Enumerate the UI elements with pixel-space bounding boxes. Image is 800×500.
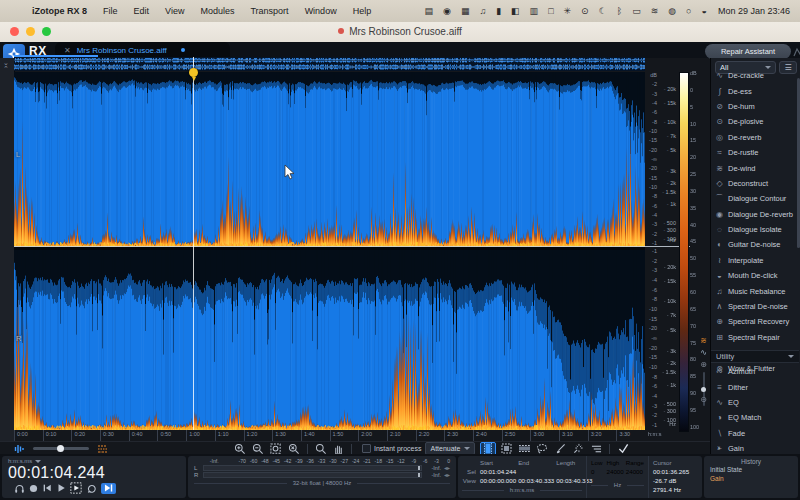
meter-options-icon[interactable]: ◂▸ — [444, 464, 450, 471]
time-machine-icon[interactable]: ⊙ — [576, 6, 594, 16]
module-item[interactable]: ⊞ Spectral Repair — [711, 330, 799, 345]
zoom-in-icon[interactable] — [234, 443, 246, 455]
module-item[interactable]: ∿ De-crackle — [711, 68, 799, 83]
vertical-zoom-in-icon[interactable]: ⊕ — [700, 360, 707, 369]
utility-section-header[interactable]: Utility — [711, 350, 799, 363]
history-item-initial-state[interactable]: Initial State — [710, 465, 792, 474]
spectrogram-toggle-icon[interactable]: ≋ — [700, 336, 707, 345]
record-icon[interactable] — [29, 484, 38, 493]
module-item[interactable]: ≋ De-wind — [711, 160, 799, 175]
sel-end-value[interactable] — [518, 467, 554, 476]
wifi-icon[interactable]: ≋ — [646, 6, 664, 16]
moon-icon[interactable]: ☾ — [594, 6, 612, 16]
zoom-reset-icon[interactable] — [288, 443, 300, 455]
loop-icon[interactable] — [86, 483, 97, 494]
audio-midi-icon[interactable]: ♫ — [474, 6, 491, 16]
tab-close-icon[interactable]: ✕ — [64, 46, 71, 55]
bluetooth-icon[interactable]: ᛒ — [612, 6, 627, 16]
waveform-toggle-icon[interactable]: ∿ — [700, 348, 707, 357]
user-icon[interactable]: ◍ — [663, 6, 681, 16]
utility-item[interactable]: ≡ Dither — [711, 379, 799, 394]
freq-range-value[interactable]: 24000 — [626, 467, 644, 476]
playhead-handle[interactable] — [189, 68, 198, 77]
siri-icon[interactable]: ◒ — [697, 6, 712, 16]
module-item[interactable]: ⊙ De-plosive — [711, 114, 799, 129]
module-item[interactable]: ◎ De-reverb — [711, 130, 799, 145]
module-item[interactable]: ⌒ Dialogue Contour — [711, 191, 799, 206]
menu-transport[interactable]: Transport — [242, 6, 296, 16]
hand-tool-icon[interactable] — [333, 443, 344, 455]
overview-waveform[interactable] — [14, 57, 645, 71]
menu-view[interactable]: View — [157, 6, 192, 16]
skip-to-start-icon[interactable] — [42, 483, 52, 493]
menu-help[interactable]: Help — [345, 6, 380, 16]
search-icon[interactable]: ○ — [681, 6, 696, 16]
loop-playback-button[interactable] — [101, 483, 116, 494]
module-item[interactable]: ≈ De-rustle — [711, 145, 799, 160]
module-item[interactable]: ∧ Spectral De-noise — [711, 299, 799, 314]
utility-item[interactable]: ∿ EQ — [711, 395, 799, 410]
zoom-selection-icon[interactable] — [270, 443, 282, 455]
menu-edit[interactable]: Edit — [126, 6, 158, 16]
module-item[interactable]: ⊕ Spectral Recovery — [711, 314, 799, 329]
module-item[interactable]: ◇ Deconstruct — [711, 176, 799, 191]
screen-record-icon[interactable]: ◉ — [438, 6, 456, 16]
display-icon[interactable]: □ — [543, 6, 558, 16]
menu-window[interactable]: Window — [297, 6, 345, 16]
history-item-gain[interactable]: Gain — [710, 474, 792, 483]
waveform-spectrogram-blend-slider[interactable] — [33, 447, 89, 450]
vertical-zoom-out-icon[interactable]: ⊖ — [700, 395, 707, 404]
window-layout-icon[interactable]: ▥ — [525, 6, 544, 16]
spectrogram-blend-icon[interactable] — [97, 444, 108, 454]
magnifier-icon[interactable] — [315, 443, 327, 455]
module-item[interactable]: ∫ De-ess — [711, 83, 799, 98]
vertical-zoom-knob[interactable] — [701, 387, 706, 392]
timeline-ruler[interactable]: 0:000:100:200:300:400:501:001:101:201:30… — [14, 430, 645, 441]
instant-process-checkbox[interactable] — [362, 444, 371, 453]
module-item[interactable]: ◌ Dialogue Isolate — [711, 222, 799, 237]
transport-card: h:m:s.ms 00:01:04.244 Rendered Gain (500… — [2, 456, 186, 498]
module-label: Dialogue Contour — [728, 194, 786, 203]
view-start-value[interactable]: 00:00:00.000 — [480, 476, 516, 485]
utility-item[interactable]: + Gain — [711, 441, 799, 454]
freq-low-value[interactable]: 0 — [591, 467, 605, 476]
utility-item[interactable]: ∖ Fade — [711, 426, 799, 441]
play-icon[interactable] — [56, 483, 66, 493]
meter-options-icon[interactable]: ◂▸ — [444, 471, 450, 478]
dialogue-de-reverb-icon: ◉ — [711, 210, 728, 219]
meter-left-label: L — [194, 465, 200, 471]
menu-file[interactable]: File — [95, 6, 126, 16]
vpn-icon[interactable]: ▮ — [491, 6, 506, 16]
module-item[interactable]: ◒ Mouth De-click — [711, 268, 799, 283]
keyboard-brightness-icon[interactable]: ▦ — [456, 6, 475, 16]
sel-start-value[interactable]: 00:01:04.244 — [480, 467, 516, 476]
expand-overview-icon[interactable]: ⌃ — [3, 66, 9, 72]
zoom-out-icon[interactable] — [252, 443, 264, 455]
waveform-blend-icon[interactable] — [14, 444, 25, 454]
blend-knob[interactable] — [57, 445, 64, 452]
repair-assistant-button[interactable]: Repair Assistant — [705, 44, 791, 59]
more-modules-chevron[interactable]: › — [717, 443, 720, 453]
module-item[interactable]: ≀ Interpolate — [711, 253, 799, 268]
keyboard-icon[interactable]: ▤ — [420, 6, 439, 16]
utility-item[interactable]: ◑ EQ Match — [711, 410, 799, 425]
headphones-icon[interactable] — [14, 483, 25, 494]
menu-app-name[interactable]: iZotope RX 8 — [24, 6, 95, 16]
battery-icon[interactable]: ▭ — [627, 6, 646, 16]
module-item[interactable]: ◐ Guitar De-noise — [711, 237, 799, 252]
freq-high-value[interactable]: 24000 — [607, 467, 624, 476]
play-selection-icon[interactable] — [70, 482, 82, 494]
settings-gear-icon[interactable]: ✳ — [559, 6, 577, 16]
menu-modules[interactable]: Modules — [192, 6, 242, 16]
module-item[interactable]: ♫ Music Rebalance — [711, 283, 799, 298]
shield-icon[interactable]: ◧ — [506, 6, 525, 16]
view-end-value[interactable]: 00:03:40.333 — [518, 476, 554, 485]
utility-item[interactable]: ∾ Azimuth — [711, 364, 799, 379]
menubar-clock[interactable]: Mon 29 Jan 23:46 — [712, 6, 800, 16]
spectrogram-display[interactable] — [14, 72, 645, 430]
module-item[interactable]: ⊘ De-hum — [711, 99, 799, 114]
module-label: De-rustle — [728, 148, 758, 157]
playhead-cursor-line[interactable] — [193, 77, 194, 430]
playhead-time-display[interactable]: 00:01:04.244 — [8, 464, 105, 482]
module-item[interactable]: ◉ Dialogue De-reverb — [711, 207, 799, 222]
